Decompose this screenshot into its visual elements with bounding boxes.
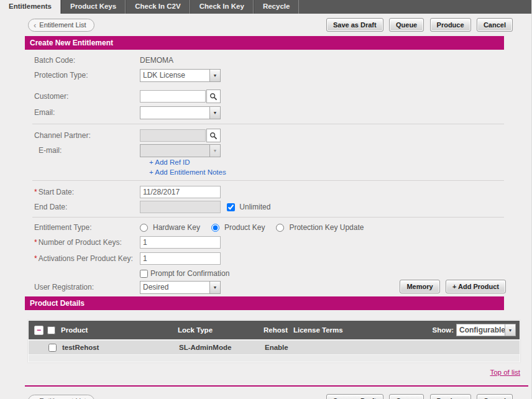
- bottom-divider: [25, 385, 528, 387]
- tab-entitlements[interactable]: Entitlements: [0, 0, 61, 14]
- product-details-buttons: Memory + Add Product: [396, 280, 506, 293]
- add-entitlement-notes-link[interactable]: + Add Entitlement Notes: [149, 168, 226, 176]
- prompt-confirmation-row: Prompt for Confirmation: [25, 267, 504, 280]
- top-of-list-link[interactable]: Top of list: [490, 369, 520, 376]
- prompt-confirmation-checkbox[interactable]: [140, 270, 148, 278]
- email-select[interactable]: ▼: [140, 106, 221, 119]
- column-product: Product: [61, 326, 178, 334]
- tab-recycle[interactable]: Recycle: [254, 0, 299, 14]
- bottom-toolbar: ‹ Entitlement List Save as Draft Queue P…: [28, 394, 513, 399]
- save-as-draft-button-bottom[interactable]: Save as Draft: [326, 394, 383, 399]
- tab-check-in-key[interactable]: Check In Key: [190, 0, 254, 14]
- queue-button[interactable]: Queue: [389, 18, 424, 32]
- user-registration-select[interactable]: Desired ▼: [140, 281, 221, 294]
- unlimited-label: Unlimited: [239, 203, 270, 211]
- row-rehost: Enable: [265, 344, 295, 351]
- protection-type-select[interactable]: LDK License ▼: [140, 69, 221, 82]
- channel-partner-row: Channel Partner:: [25, 127, 504, 144]
- top-of-list-row: Top of list: [25, 368, 520, 377]
- start-date-input[interactable]: [140, 186, 221, 198]
- product-key-radio[interactable]: [211, 224, 219, 232]
- num-product-keys-input[interactable]: [140, 236, 221, 249]
- top-toolbar: ‹ Entitlement List Save as Draft Queue P…: [28, 18, 513, 32]
- add-product-button[interactable]: + Add Product: [446, 280, 506, 293]
- row-lock-type: SL-AdminMode: [179, 344, 265, 351]
- activations-label: *Activations Per Product Key:: [25, 254, 140, 263]
- tab-product-keys[interactable]: Product Keys: [61, 0, 126, 14]
- batch-code-value: DEMOMA: [140, 56, 173, 65]
- required-marker: *: [34, 188, 37, 196]
- row-checkbox[interactable]: [48, 344, 57, 352]
- chevron-down-icon: ▼: [209, 107, 220, 119]
- collapse-icon[interactable]: −: [34, 326, 44, 335]
- memory-button[interactable]: Memory: [400, 280, 439, 293]
- product-details-section: Memory + Add Product Product Details: [25, 296, 504, 310]
- customer-row: Customer:: [25, 88, 504, 104]
- start-date-label: *Start Date:: [25, 188, 140, 196]
- chevron-down-icon: ▼: [209, 282, 220, 293]
- hardware-key-label[interactable]: Hardware Key: [153, 223, 200, 232]
- product-key-label[interactable]: Product Key: [224, 223, 265, 232]
- customer-input[interactable]: [140, 90, 206, 103]
- hardware-key-radio[interactable]: [140, 224, 148, 232]
- search-icon: [209, 93, 218, 101]
- queue-button-bottom[interactable]: Queue: [389, 394, 424, 399]
- show-select[interactable]: Configurable ▼: [456, 324, 516, 336]
- entitlement-list-button[interactable]: ‹ Entitlement List: [28, 19, 94, 32]
- protection-key-update-label[interactable]: Protection Key Update: [289, 223, 364, 232]
- cancel-button[interactable]: Cancel: [477, 18, 513, 32]
- top-action-buttons: Save as Draft Queue Produce Cancel: [323, 18, 513, 32]
- customer-label: Customer:: [25, 92, 140, 101]
- save-as-draft-button[interactable]: Save as Draft: [326, 18, 383, 32]
- back-chevron-icon: ‹: [34, 21, 36, 29]
- section-divider: [32, 180, 504, 181]
- bottom-action-buttons: Save as Draft Queue Produce Cancel: [323, 394, 513, 399]
- show-filter: Show: Configurable ▼: [433, 324, 516, 336]
- select-all-checkbox[interactable]: [47, 326, 55, 334]
- end-date-label: End Date:: [25, 203, 140, 211]
- cancel-button-bottom[interactable]: Cancel: [477, 394, 513, 399]
- main-tab-bar: Entitlements Product Keys Check In C2V C…: [0, 0, 531, 14]
- entitlement-form: Batch Code: DEMOMA Protection Type: LDK …: [25, 50, 504, 294]
- add-ref-id-link[interactable]: + Add Ref ID: [149, 158, 190, 166]
- protection-type-value: LDK License: [140, 71, 209, 80]
- product-table-header: − Product Lock Type Rehost License Terms…: [29, 321, 520, 339]
- customer-search-button[interactable]: [206, 89, 221, 103]
- show-label: Show:: [433, 326, 454, 334]
- show-value: Configurable: [457, 326, 505, 334]
- channel-partner-input: [140, 129, 206, 142]
- table-row[interactable]: testRehost SL-AdminMode Enable: [29, 339, 520, 354]
- activations-input[interactable]: [140, 252, 221, 265]
- product-details-header: Product Details: [25, 296, 504, 310]
- channel-partner-search-button[interactable]: [206, 129, 221, 142]
- activations-row: *Activations Per Product Key:: [25, 250, 504, 267]
- create-entitlement-header: Create New Entitlement: [25, 36, 504, 50]
- produce-button[interactable]: Produce: [430, 18, 471, 32]
- table-footer-strip: [29, 354, 520, 362]
- user-registration-value: Desired: [140, 283, 209, 291]
- row-product: testRehost: [62, 344, 179, 351]
- end-date-input: [140, 201, 221, 213]
- chevron-down-icon: ▼: [209, 145, 220, 157]
- product-table: − Product Lock Type Rehost License Terms…: [28, 320, 520, 362]
- email-label: Email:: [25, 108, 140, 117]
- batch-code-row: Batch Code: DEMOMA: [25, 53, 504, 67]
- batch-code-label: Batch Code:: [25, 56, 140, 65]
- email-row: Email: ▼: [25, 104, 504, 121]
- entitlement-list-button-bottom[interactable]: ‹ Entitlement List: [28, 395, 94, 399]
- add-notes-row: + Add Entitlement Notes: [25, 167, 504, 177]
- entitlement-type-row: Entitlement Type: Hardware Key Product K…: [25, 221, 504, 234]
- section-divider: [32, 124, 504, 124]
- prompt-confirmation-label: Prompt for Confirmation: [150, 269, 229, 278]
- cp-email-select: ▼: [140, 144, 221, 157]
- section-divider: [32, 217, 504, 218]
- column-rehost: Rehost: [264, 326, 293, 334]
- required-marker: *: [34, 238, 37, 247]
- produce-button-bottom[interactable]: Produce: [430, 394, 471, 399]
- tab-check-in-c2v[interactable]: Check In C2V: [126, 0, 190, 14]
- unlimited-checkbox[interactable]: [227, 203, 235, 211]
- chevron-down-icon: ▼: [209, 70, 220, 81]
- cp-email-row: E-mail: ▼: [25, 144, 504, 157]
- channel-partner-label: Channel Partner:: [25, 131, 140, 140]
- protection-key-update-radio[interactable]: [276, 224, 284, 232]
